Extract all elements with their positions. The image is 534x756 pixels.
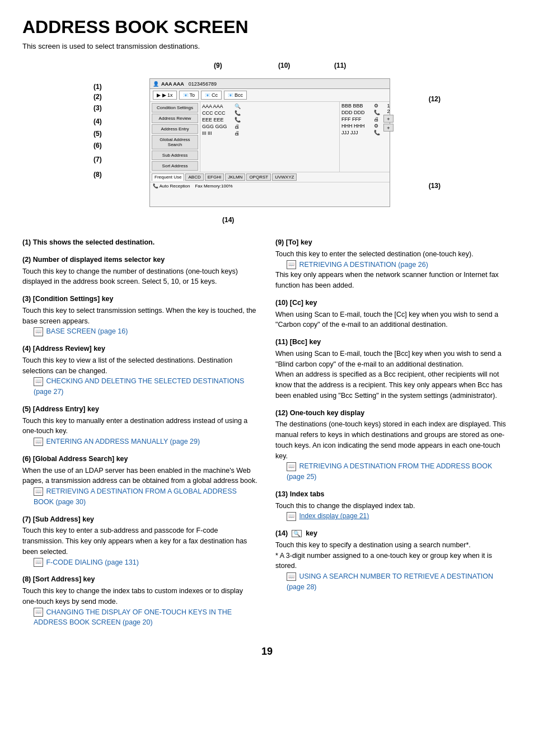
ui-row-buttons: ▶ ▶ 1x 📧 To 📧 Cc 📧 Bcc xyxy=(150,89,390,102)
address-review-btn[interactable]: Address Review xyxy=(152,114,198,123)
ui-center: AAA AAA 🔍 CCC CCC 📞 EEE EEE 📞 GGG GGG 🖨 xyxy=(200,102,339,172)
section-4-title: (4) [Address Review] key xyxy=(22,344,259,354)
sub-address-btn[interactable]: Sub Address xyxy=(152,151,198,160)
section-5-ref[interactable]: ENTERING AN ADDRESS MANUALLY (page 29) xyxy=(46,438,200,445)
scroll-panel: 1 2 + + xyxy=(382,102,395,137)
tab-abcd[interactable]: ABCD xyxy=(185,173,203,181)
to-btn[interactable]: 📧 To xyxy=(179,91,199,100)
page-number: 19 xyxy=(22,646,512,658)
label-4: (4) xyxy=(93,118,102,125)
scroll-up-btn[interactable]: + xyxy=(383,115,394,123)
section-10-body: When using Scan to E-mail, touch the [Cc… xyxy=(275,309,512,331)
tab-uvwxyz[interactable]: UVWXYZ xyxy=(272,173,297,181)
section-2-title: (2) Number of displayed items selector k… xyxy=(22,255,259,265)
section-4-ref[interactable]: CHECKING AND DELETING THE SELECTED DESTI… xyxy=(34,377,244,396)
ref-icon-12: 📖 xyxy=(287,462,296,471)
section-13-link[interactable]: 📖 Index display (page 21) xyxy=(275,511,512,522)
ui-main: Condition Settings Address Review Addres… xyxy=(150,102,390,172)
ui-header-name: AAA AAA xyxy=(161,81,184,87)
label-2: (2) xyxy=(93,93,102,101)
ui-header: 👤 AAA AAA 0123456789 xyxy=(150,79,390,89)
section-9-ref[interactable]: RETRIEVING A DESTINATION (page 26) xyxy=(299,261,428,269)
ref-icon-3: 📖 xyxy=(34,327,43,336)
right-column: (9) [To] key Touch this key to enter the… xyxy=(275,237,512,635)
tab-opqrst[interactable]: OPQRST xyxy=(246,173,271,181)
section-7-ref[interactable]: F-CODE DIALING (page 131) xyxy=(46,558,138,566)
dest-row-0[interactable]: AAA AAA 🔍 xyxy=(202,104,338,109)
section-8-link[interactable]: 📖 CHANGING THE DISPLAY OF ONE-TOUCH KEYS… xyxy=(22,607,259,628)
sort-address-btn[interactable]: Sort Address xyxy=(152,161,198,171)
items-selector-btn[interactable]: ▶ ▶ 1x xyxy=(153,91,177,100)
label-11: (11) xyxy=(334,62,346,69)
tab-frequent-use[interactable]: Frequent Use xyxy=(152,173,184,181)
section-11-body: When using Scan to E-mail, touch the [Bc… xyxy=(275,349,512,401)
section-7-body: Touch this key to enter a sub-address an… xyxy=(22,525,259,557)
auto-reception-label: Auto Reception xyxy=(160,184,190,189)
ref-icon-13-link: 📖 xyxy=(287,512,296,521)
section-10-title: (10) [Cc] key xyxy=(275,298,512,308)
section-5-link[interactable]: 📖 ENTERING AN ADDRESS MANUALLY (page 29) xyxy=(22,436,259,447)
page-subtitle: This screen is used to select transmissi… xyxy=(22,42,512,50)
section-7: (7) [Sub Address] key Touch this key to … xyxy=(22,514,259,568)
ref-icon-9: 📖 xyxy=(287,260,296,269)
dest-row-1[interactable]: CCC CCC 📞 xyxy=(202,110,338,116)
page-title: ADDRESS BOOK SCREEN xyxy=(22,17,512,37)
section-5: (5) [Address Entry] key Touch this key t… xyxy=(22,404,259,447)
dest-row-4[interactable]: III III 🖨 xyxy=(202,130,338,136)
ui-status: 📞 Auto Reception Fax Memory:100% xyxy=(150,182,390,190)
tab-efghi[interactable]: EFGHI xyxy=(205,173,224,181)
ui-header-number: 0123456789 xyxy=(189,81,217,87)
left-column: (1) This shows the selected destination.… xyxy=(22,237,259,635)
ref-icon-6: 📖 xyxy=(34,487,43,496)
section-9-link[interactable]: 📖 RETRIEVING A DESTINATION (page 26) xyxy=(275,260,512,270)
scroll-down-btn[interactable]: + xyxy=(383,124,394,132)
dest-row-3[interactable]: GGG GGG 🖨 xyxy=(202,124,338,129)
section-8: (8) [Sort Address] key Touch this key to… xyxy=(22,574,259,628)
ui-panel: 👤 AAA AAA 0123456789 ▶ ▶ 1x 📧 To 📧 Cc 📧 xyxy=(149,78,390,207)
section-1: (1) This shows the selected destination. xyxy=(22,237,259,248)
section-9-body: Touch this key to enter the selected des… xyxy=(275,249,512,260)
ref-icon-7: 📖 xyxy=(34,558,43,567)
section-14-link[interactable]: 📖 USING A SEARCH NUMBER TO RETRIEVE A DE… xyxy=(275,571,512,593)
section-13-ref[interactable]: Index display (page 21) xyxy=(299,512,369,520)
section-2: (2) Number of displayed items selector k… xyxy=(22,255,259,287)
section-6-link[interactable]: 📖 RETRIEVING A DESTINATION FROM A GLOBAL… xyxy=(22,486,259,508)
bcc-btn[interactable]: 📧 Bcc xyxy=(224,91,247,100)
section-3-link[interactable]: 📖 BASE SCREEN (page 16) xyxy=(22,326,259,337)
label-13: (13) xyxy=(429,182,441,190)
ref-icon-8: 📖 xyxy=(34,608,43,617)
tab-jklmn[interactable]: JKLMN xyxy=(225,173,245,181)
section-8-ref[interactable]: CHANGING THE DISPLAY OF ONE-TOUCH KEYS I… xyxy=(34,608,232,627)
section-8-title: (8) [Sort Address] key xyxy=(22,574,259,585)
cc-btn[interactable]: 📧 Cc xyxy=(201,91,222,100)
section-4: (4) [Address Review] key Touch this key … xyxy=(22,344,259,397)
section-14-ref[interactable]: USING A SEARCH NUMBER TO RETRIEVE A DEST… xyxy=(287,572,493,591)
diagram-container: (9) (10) (11) 👤 AAA AAA 0123456789 ▶ ▶ 1… xyxy=(93,62,441,224)
section-6-title: (6) [Global Address Search] key xyxy=(22,454,259,464)
section-11: (11) [Bcc] key When using Scan to E-mail… xyxy=(275,337,512,401)
dest-right-row-0[interactable]: BBB BBB ⚙ xyxy=(341,103,380,109)
diagram-area: (9) (10) (11) 👤 AAA AAA 0123456789 ▶ ▶ 1… xyxy=(22,62,512,224)
dest-right-row-1[interactable]: DDD DDD 📞 xyxy=(341,110,380,115)
dest-right-row-4[interactable]: JJJ JJJ 📞 xyxy=(341,130,380,135)
label-10: (10) xyxy=(278,62,290,69)
section-4-link[interactable]: 📖 CHECKING AND DELETING THE SELECTED DES… xyxy=(22,376,259,397)
section-12-link[interactable]: 📖 RETRIEVING A DESTINATION FROM THE ADDR… xyxy=(275,461,512,482)
condition-settings-btn[interactable]: Condition Settings xyxy=(152,103,198,112)
global-address-search-btn[interactable]: Global Address Search xyxy=(152,135,198,149)
address-entry-btn[interactable]: Address Entry xyxy=(152,124,198,134)
section-3-ref[interactable]: BASE SCREEN (page 16) xyxy=(46,327,128,335)
dest-row-2[interactable]: EEE EEE 📞 xyxy=(202,117,338,123)
section-3-title: (3) [Condition Settings] key xyxy=(22,294,259,304)
ref-icon-4: 📖 xyxy=(34,377,43,386)
dest-right-row-2[interactable]: FFF FFF 🖨 xyxy=(341,116,380,122)
dest-right-row-3[interactable]: HHH HHH ⚙ xyxy=(341,123,380,129)
section-12: (12) One-touch key display The destinati… xyxy=(275,408,512,482)
section-7-link[interactable]: 📖 F-CODE DIALING (page 131) xyxy=(22,557,259,568)
section-10: (10) [Cc] key When using Scan to E-mail,… xyxy=(275,298,512,330)
section-9: (9) [To] key Touch this key to enter the… xyxy=(275,237,512,291)
content-sections: (1) This shows the selected destination.… xyxy=(22,237,512,635)
section-12-ref[interactable]: RETRIEVING A DESTINATION FROM THE ADDRES… xyxy=(287,462,492,481)
section-14: (14) 🔍 key Touch this key to specify a d… xyxy=(275,528,512,593)
section-6-ref[interactable]: RETRIEVING A DESTINATION FROM A GLOBAL A… xyxy=(34,487,237,506)
